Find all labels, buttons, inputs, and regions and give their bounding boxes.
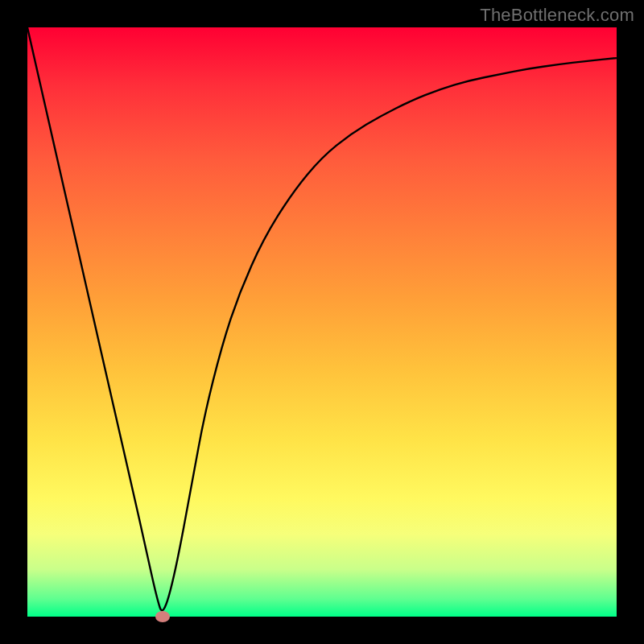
curve-svg: [27, 27, 617, 617]
watermark-text: TheBottleneck.com: [480, 5, 634, 26]
bottleneck-curve: [27, 27, 617, 610]
minimum-marker: [155, 611, 170, 622]
plot-area: [27, 27, 617, 617]
chart-frame: TheBottleneck.com: [0, 0, 644, 644]
